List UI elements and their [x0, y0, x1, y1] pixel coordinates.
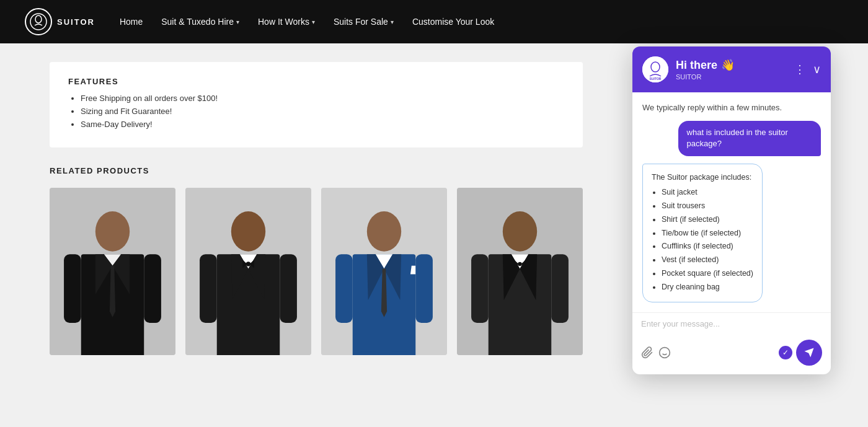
svg-point-55 — [660, 348, 670, 358]
svg-rect-12 — [118, 351, 138, 355]
chat-header: SUITOR Hi there 👋 SUITOR ⋮ ∨ — [632, 46, 831, 92]
related-products-title: RELATED PRODUCTS — [50, 166, 583, 175]
chat-footer: ✓ — [632, 335, 831, 374]
chevron-down-icon: ▾ — [236, 19, 239, 25]
bot-response-bubble: The Suitor package includes: Suit jacket… — [642, 164, 763, 303]
feature-item: Sizing and Fit Guarantee! — [81, 107, 564, 116]
chat-body: We typically reply within a few minutes.… — [632, 92, 831, 312]
bot-response-list: Suit jacket Suit trousers Shirt (if sele… — [652, 187, 753, 293]
nav-suits-for-sale[interactable]: Suits For Sale ▾ — [334, 17, 394, 27]
list-item: Dry cleaning bag — [662, 281, 753, 293]
check-icon: ✓ — [779, 346, 792, 359]
nav-links: Home Suit & Tuxedo Hire ▾ How It Works ▾… — [120, 17, 494, 27]
bot-response-intro: The Suitor package includes: — [652, 172, 753, 183]
svg-text:SUITOR: SUITOR — [650, 77, 662, 81]
nav-how-it-works[interactable]: How It Works ▾ — [258, 17, 315, 27]
svg-point-28 — [367, 211, 401, 252]
chat-greeting: Hi there 👋 — [676, 58, 787, 72]
send-button[interactable] — [796, 340, 822, 366]
list-item: Tie/bow tie (if selected) — [662, 227, 753, 239]
svg-rect-22 — [200, 254, 217, 323]
list-item: Suit jacket — [662, 187, 753, 198]
list-item: Cufflinks (if selected) — [662, 240, 753, 252]
svg-rect-47 — [471, 254, 489, 323]
features-title: FEATURES — [68, 77, 564, 86]
svg-point-1 — [35, 15, 42, 23]
svg-point-15 — [231, 211, 265, 252]
list-item: Pocket square (if selected) — [662, 268, 753, 280]
chat-header-sub: SUITOR — [676, 73, 787, 81]
svg-rect-37 — [390, 351, 410, 355]
svg-rect-36 — [358, 351, 378, 355]
avatar: SUITOR — [642, 56, 668, 82]
page-content: FEATURES Free Shipping on all orders ove… — [0, 43, 868, 427]
attachment-button[interactable] — [641, 346, 653, 359]
chat-minimize-button[interactable]: ∨ — [813, 63, 821, 76]
chat-header-actions: ⋮ ∨ — [794, 63, 821, 76]
svg-rect-48 — [551, 254, 569, 323]
nav-home[interactable]: Home — [120, 17, 143, 27]
svg-point-46 — [518, 262, 521, 266]
list-item: Vest (if selected) — [662, 254, 753, 266]
svg-rect-39 — [489, 254, 552, 355]
wave-emoji: 👋 — [721, 58, 735, 72]
chat-intro-text: We typically reply within a few minutes. — [642, 102, 821, 113]
logo-icon — [25, 8, 52, 35]
feature-item: Same-Day Delivery! — [81, 120, 564, 129]
navbar: SUITOR Home Suit & Tuxedo Hire ▾ How It … — [0, 0, 868, 43]
list-item: Suit trousers — [662, 200, 753, 212]
svg-rect-11 — [87, 351, 107, 355]
product-card-4[interactable] — [457, 188, 583, 355]
logo[interactable]: SUITOR — [25, 8, 95, 35]
svg-rect-24 — [223, 351, 242, 355]
svg-rect-25 — [254, 351, 274, 355]
chat-input-area — [632, 312, 831, 335]
user-message-bubble: what is included in the suitor package? — [678, 121, 821, 156]
chat-header-info: Hi there 👋 SUITOR — [676, 58, 787, 81]
chat-more-button[interactable]: ⋮ — [794, 63, 805, 76]
nav-customise[interactable]: Customise Your Look — [412, 17, 494, 27]
svg-rect-34 — [335, 254, 353, 323]
feature-item: Free Shipping on all orders over $100! — [81, 94, 564, 103]
list-item: Shirt (if selected) — [662, 214, 753, 226]
svg-point-40 — [503, 211, 537, 252]
svg-rect-35 — [415, 254, 433, 323]
features-section: FEATURES Free Shipping on all orders ove… — [50, 62, 583, 147]
related-products-section: RELATED PRODUCTS — [50, 166, 583, 355]
svg-rect-49 — [494, 351, 514, 355]
nav-suit-hire[interactable]: Suit & Tuxedo Hire ▾ — [161, 17, 239, 27]
chat-message-input[interactable] — [641, 319, 822, 328]
emoji-button[interactable] — [658, 346, 671, 359]
svg-rect-9 — [64, 254, 81, 323]
svg-rect-50 — [526, 351, 546, 355]
svg-rect-14 — [217, 254, 280, 355]
features-list: Free Shipping on all orders over $100! S… — [68, 94, 564, 129]
chevron-down-icon: ▾ — [312, 19, 315, 25]
products-grid — [50, 188, 583, 355]
product-card-1[interactable] — [50, 188, 175, 355]
svg-point-0 — [30, 14, 46, 30]
svg-rect-23 — [280, 254, 297, 323]
svg-point-4 — [95, 211, 130, 252]
svg-point-21 — [246, 262, 250, 266]
svg-rect-10 — [144, 254, 161, 323]
product-card-3[interactable] — [321, 188, 447, 355]
chevron-down-icon: ▾ — [391, 19, 394, 25]
product-card-2[interactable] — [185, 188, 311, 355]
logo-text: SUITOR — [57, 17, 95, 27]
chat-widget: SUITOR Hi there 👋 SUITOR ⋮ ∨ We typicall… — [632, 46, 831, 374]
